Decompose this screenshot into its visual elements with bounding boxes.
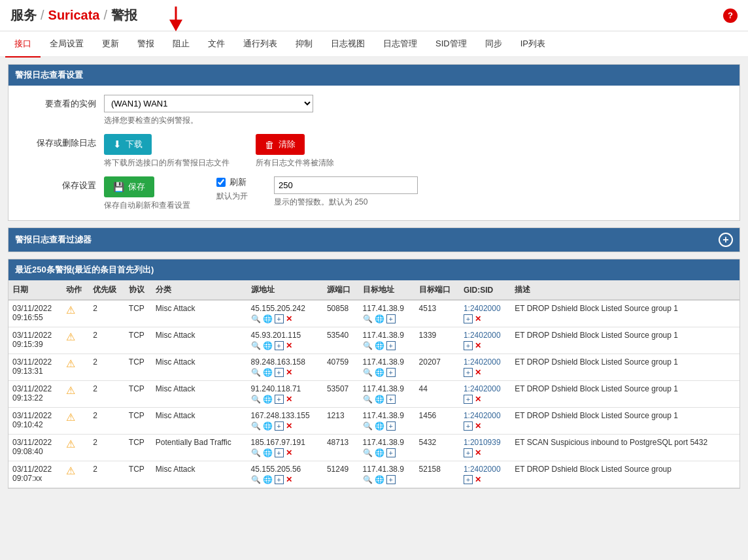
- warning-icon: ⚠: [66, 438, 75, 450]
- globe-icon[interactable]: 🌐: [263, 421, 273, 431]
- plus-sq-icon[interactable]: +: [275, 368, 284, 377]
- clear-button[interactable]: 🗑 清除: [256, 134, 305, 155]
- plus-sq-icon[interactable]: +: [386, 368, 396, 377]
- sid-link[interactable]: 1:2402000: [464, 304, 501, 313]
- plus-sq-icon[interactable]: +: [386, 341, 396, 350]
- save-button[interactable]: 💾 保存: [104, 176, 154, 197]
- x-red-icon[interactable]: ✕: [286, 368, 292, 377]
- globe-icon[interactable]: 🌐: [375, 395, 384, 404]
- cell-dst-ip: 117.41.38.9 🔍 🌐 +: [359, 300, 415, 327]
- search-icon[interactable]: 🔍: [363, 448, 373, 457]
- globe-icon[interactable]: 🌐: [375, 475, 384, 484]
- search-icon[interactable]: 🔍: [251, 395, 261, 404]
- globe-icon[interactable]: 🌐: [263, 341, 273, 350]
- globe-icon[interactable]: 🌐: [263, 368, 273, 377]
- globe-icon[interactable]: 🌐: [375, 448, 384, 457]
- warning-icon: ⚠: [66, 305, 75, 316]
- globe-icon[interactable]: 🌐: [263, 314, 273, 323]
- search-icon[interactable]: 🔍: [363, 314, 373, 323]
- nav-item-logview[interactable]: 日志视图: [322, 31, 374, 56]
- search-icon[interactable]: 🔍: [363, 475, 373, 484]
- plus-sq-icon[interactable]: +: [275, 421, 284, 431]
- x-red-icon[interactable]: ✕: [286, 475, 292, 484]
- cell-dst-port: 44: [415, 381, 460, 408]
- search-icon[interactable]: 🔍: [251, 314, 261, 323]
- refresh-checkbox[interactable]: [216, 178, 226, 187]
- instance-select[interactable]: (WAN1) WAN1: [104, 95, 313, 112]
- globe-icon[interactable]: 🌐: [375, 421, 384, 431]
- x-red-icon[interactable]: ✕: [286, 314, 292, 323]
- count-input[interactable]: 250: [274, 176, 418, 194]
- plus-sq-icon[interactable]: +: [275, 475, 284, 484]
- nav-item-sync[interactable]: 同步: [476, 31, 511, 56]
- sid-link[interactable]: 1:2402000: [464, 357, 501, 367]
- plus-sq2-icon[interactable]: +: [464, 314, 473, 323]
- search-icon[interactable]: 🔍: [251, 421, 261, 431]
- nav-item-alert[interactable]: 警报: [128, 31, 163, 56]
- x-red2-icon[interactable]: ✕: [475, 421, 481, 431]
- nav-item-interface[interactable]: 接口: [5, 31, 41, 58]
- x-red2-icon[interactable]: ✕: [475, 448, 481, 457]
- plus-sq-icon[interactable]: +: [275, 314, 284, 323]
- plus-sq2-icon[interactable]: +: [464, 475, 473, 484]
- plus-sq2-icon[interactable]: +: [464, 341, 473, 350]
- search-icon[interactable]: 🔍: [251, 448, 261, 457]
- plus-sq-icon[interactable]: +: [386, 475, 396, 484]
- search-icon[interactable]: 🔍: [363, 421, 373, 431]
- sid-link[interactable]: 1:2402000: [464, 384, 501, 393]
- x-red2-icon[interactable]: ✕: [475, 395, 481, 404]
- nav-item-block[interactable]: 阻止: [163, 31, 199, 56]
- globe-icon[interactable]: 🌐: [263, 475, 273, 484]
- plus-sq-icon[interactable]: +: [386, 448, 396, 457]
- plus-sq2-icon[interactable]: +: [464, 368, 473, 377]
- sid-link[interactable]: 1:2010939: [464, 438, 501, 447]
- plus-sq-icon[interactable]: +: [275, 341, 284, 350]
- nav-item-sid[interactable]: SID管理: [426, 31, 476, 56]
- download-button[interactable]: ⬇ 下载: [104, 134, 152, 155]
- alerts-section-header: 最近250条警报(最近的条目首先列出): [8, 259, 740, 280]
- cell-date: 03/11/202209:13:31: [8, 354, 62, 381]
- search-icon[interactable]: 🔍: [251, 341, 261, 350]
- x-red2-icon[interactable]: ✕: [475, 314, 481, 323]
- x-red-icon[interactable]: ✕: [286, 341, 292, 350]
- x-red2-icon[interactable]: ✕: [475, 341, 481, 350]
- nav-item-suppress[interactable]: 抑制: [286, 31, 322, 56]
- globe-icon[interactable]: 🌐: [263, 448, 273, 457]
- search-icon[interactable]: 🔍: [363, 395, 373, 404]
- sid-link[interactable]: 1:2402000: [464, 465, 501, 474]
- search-icon[interactable]: 🔍: [251, 368, 261, 377]
- x-red2-icon[interactable]: ✕: [475, 368, 481, 377]
- plus-sq2-icon[interactable]: +: [464, 395, 473, 404]
- sid-link[interactable]: 1:2402000: [464, 411, 501, 420]
- plus-sq-icon[interactable]: +: [275, 448, 284, 457]
- plus-sq-icon[interactable]: +: [386, 395, 396, 404]
- search-icon[interactable]: 🔍: [363, 341, 373, 350]
- x-red-icon[interactable]: ✕: [286, 421, 292, 431]
- x-red2-icon[interactable]: ✕: [475, 475, 481, 484]
- search-icon[interactable]: 🔍: [251, 475, 261, 484]
- help-button[interactable]: ?: [723, 8, 738, 23]
- nav-item-update[interactable]: 更新: [93, 31, 128, 56]
- x-red-icon[interactable]: ✕: [286, 448, 292, 457]
- nav-item-files[interactable]: 文件: [199, 31, 234, 56]
- filter-add-button[interactable]: +: [719, 233, 733, 247]
- globe-icon[interactable]: 🌐: [375, 368, 384, 377]
- x-red-icon[interactable]: ✕: [286, 395, 292, 404]
- globe-icon[interactable]: 🌐: [375, 341, 384, 350]
- plus-sq2-icon[interactable]: +: [464, 421, 473, 431]
- search-icon[interactable]: 🔍: [363, 368, 373, 377]
- sid-link[interactable]: 1:2402000: [464, 331, 501, 340]
- plus-sq-icon[interactable]: +: [386, 421, 396, 431]
- nav-item-logmgmt[interactable]: 日志管理: [374, 31, 426, 56]
- nav-item-iplist[interactable]: IP列表: [511, 31, 554, 56]
- cell-date: 03/11/202209:16:55: [8, 300, 62, 327]
- plus-sq2-icon[interactable]: +: [464, 448, 473, 457]
- globe-icon[interactable]: 🌐: [263, 395, 273, 404]
- plus-sq-icon[interactable]: +: [386, 314, 396, 323]
- plus-sq-icon[interactable]: +: [275, 395, 284, 404]
- globe-icon[interactable]: 🌐: [375, 314, 384, 323]
- nav-item-global[interactable]: 全局设置: [41, 31, 93, 56]
- header-suricata[interactable]: Suricata: [48, 8, 100, 23]
- nav-item-pass[interactable]: 通行列表: [234, 31, 286, 56]
- save-delete-controls: ⬇ 下载 将下载所选接口的所有警报日志文件 🗑 清除 所有日志文件将被清除: [104, 134, 729, 169]
